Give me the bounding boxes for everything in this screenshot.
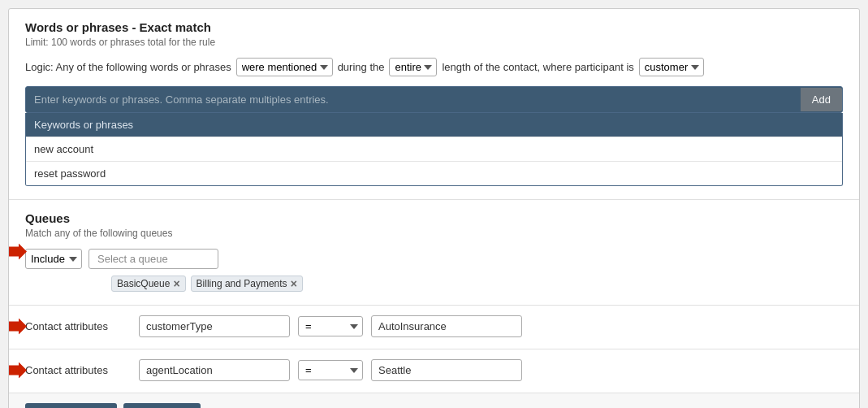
- tags-row: BasicQueue × Billing and Payments ×: [111, 276, 843, 292]
- svg-marker-1: [8, 319, 27, 335]
- queue-include-row: Include Select a queue: [25, 249, 843, 269]
- logic-select-mentioned[interactable]: were mentioned: [236, 58, 333, 76]
- add-condition-button[interactable]: + Add condition: [25, 403, 117, 408]
- section-words-title: Words or phrases - Exact match: [25, 20, 843, 34]
- svg-marker-2: [8, 362, 27, 379]
- footer-row: + Add condition + Add group: [9, 393, 859, 408]
- queue-select-placeholder[interactable]: Select a queue: [89, 249, 218, 269]
- contact2-arrow-indicator: [8, 362, 27, 381]
- keyword-row: new account: [26, 137, 842, 161]
- contact-attr2-operator-select[interactable]: =: [298, 360, 363, 380]
- queue-tag-close-basicqueue[interactable]: ×: [173, 278, 179, 289]
- keyword-input[interactable]: [26, 87, 801, 112]
- words-phrases-section: Words or phrases - Exact match Limit: 10…: [9, 9, 859, 200]
- contact-attr1-label: Contact attributes: [25, 320, 131, 332]
- logic-row: Logic: Any of the following words or phr…: [25, 58, 843, 76]
- queue-tag-billing: Billing and Payments ×: [191, 276, 303, 292]
- red-arrow-icon-3: [8, 362, 27, 379]
- main-container: Words or phrases - Exact match Limit: 10…: [8, 8, 860, 408]
- logic-select-participant[interactable]: customer: [639, 58, 704, 76]
- queues-section-wrapper: Queues Match any of the following queues…: [9, 200, 859, 306]
- queue-tag-label: Billing and Payments: [196, 278, 287, 289]
- add-group-button[interactable]: + Add group: [123, 403, 200, 408]
- contact-attr2-label: Contact attributes: [25, 364, 131, 376]
- logic-suffix-text: length of the contact, where participant…: [442, 61, 633, 73]
- keyword-input-area: Add: [25, 86, 843, 113]
- queues-arrow-indicator: [8, 244, 27, 263]
- svg-marker-0: [8, 244, 27, 260]
- contact-attributes-section-1: Contact attributes =: [9, 306, 859, 349]
- logic-prefix-text: Logic: Any of the following words or phr…: [25, 61, 231, 73]
- contact1-arrow-indicator: [8, 319, 27, 337]
- section-words-subtitle: Limit: 100 words or phrases total for th…: [25, 37, 843, 48]
- queue-include-select[interactable]: Include: [25, 249, 82, 269]
- logic-select-entire[interactable]: entire: [389, 58, 437, 76]
- contact-attr1-wrapper: Contact attributes =: [9, 306, 859, 349]
- queues-title: Queues: [25, 211, 843, 225]
- keywords-table: Keywords or phrases new account reset pa…: [25, 113, 843, 186]
- red-arrow-icon-2: [8, 319, 27, 335]
- keyword-row: reset password: [26, 161, 842, 185]
- contact-attr1-operator-select[interactable]: =: [298, 316, 363, 336]
- logic-mid-text: during the: [338, 61, 385, 73]
- keywords-table-header: Keywords or phrases: [26, 113, 842, 137]
- contact-attr1-key-input[interactable]: [139, 315, 290, 337]
- add-keyword-button[interactable]: Add: [801, 88, 842, 111]
- red-arrow-icon: [8, 244, 27, 260]
- contact-attr2-key-input[interactable]: [139, 359, 290, 381]
- contact-attr2-wrapper: Contact attributes =: [9, 349, 859, 393]
- contact-attr1-value-input[interactable]: [371, 315, 522, 337]
- contact-attr2-value-input[interactable]: [371, 359, 522, 381]
- queues-subtitle: Match any of the following queues: [25, 228, 843, 239]
- queue-tag-basicqueue: BasicQueue ×: [111, 276, 186, 292]
- queues-section: Queues Match any of the following queues…: [9, 200, 859, 306]
- queue-tag-close-billing[interactable]: ×: [291, 278, 297, 289]
- contact-attributes-section-2: Contact attributes =: [9, 349, 859, 393]
- queue-tag-label: BasicQueue: [117, 278, 170, 289]
